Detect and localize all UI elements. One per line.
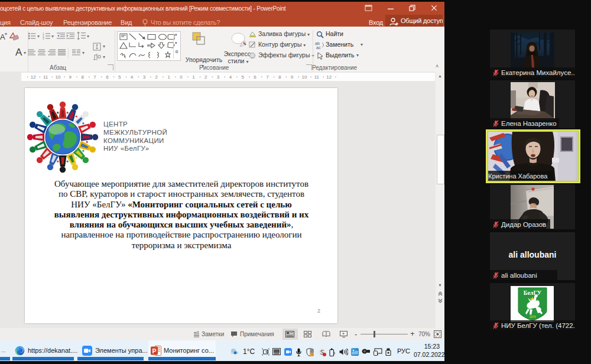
svg-text:11: 11 [43, 74, 48, 80]
svg-text:10: 10 [302, 74, 307, 80]
svg-text:0: 0 [180, 74, 183, 80]
svg-text:3: 3 [43, 37, 44, 40]
svg-text:ab: ab [315, 41, 320, 46]
svg-text:2: 2 [204, 74, 207, 80]
svg-text:9: 9 [69, 74, 72, 80]
svg-text:7: 7 [266, 74, 269, 80]
svg-text:4: 4 [131, 74, 134, 80]
svg-text:9: 9 [291, 74, 294, 80]
svg-text:БелГУ: БелГУ [524, 290, 542, 296]
svg-text:1: 1 [192, 74, 195, 80]
svg-text:4: 4 [229, 74, 232, 80]
svg-text:8: 8 [81, 74, 84, 80]
svg-text:1876: 1876 [529, 315, 535, 318]
svg-text:2: 2 [155, 74, 158, 80]
svg-text:6: 6 [254, 74, 256, 80]
svg-text:12: 12 [31, 74, 36, 80]
svg-text:12: 12 [326, 74, 332, 80]
svg-text:8: 8 [278, 74, 281, 80]
svg-text:5: 5 [242, 74, 245, 80]
svg-text:1: 1 [167, 74, 170, 80]
svg-text:ac: ac [316, 46, 321, 49]
svg-text:7: 7 [93, 74, 96, 80]
svg-text:3: 3 [217, 74, 220, 80]
svg-text:6: 6 [106, 74, 109, 80]
svg-text:10: 10 [56, 74, 61, 80]
svg-text:3: 3 [143, 74, 146, 80]
svg-text:11: 11 [314, 74, 320, 80]
svg-text:5: 5 [118, 74, 121, 80]
svg-text:P: P [152, 347, 156, 355]
